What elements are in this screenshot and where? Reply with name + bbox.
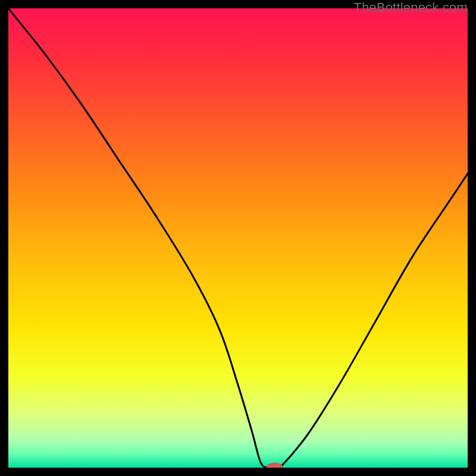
attribution-label: TheBottleneck.com xyxy=(353,0,468,15)
chart-frame: TheBottleneck.com xyxy=(0,0,476,476)
plot-area xyxy=(8,8,468,468)
gradient-background xyxy=(8,8,468,468)
chart-svg xyxy=(8,8,468,468)
